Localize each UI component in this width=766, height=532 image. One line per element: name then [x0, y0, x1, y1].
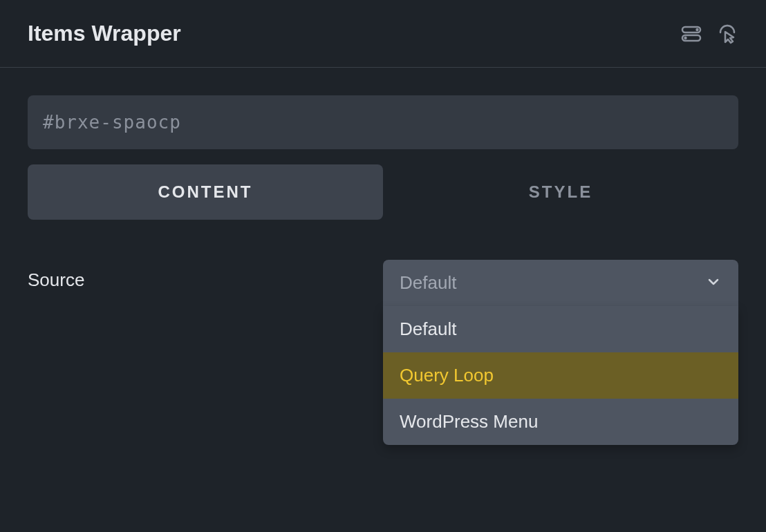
source-label: Source — [28, 260, 383, 291]
source-dropdown-trigger[interactable]: Default — [383, 260, 738, 306]
source-option-wordpress-menu[interactable]: WordPress Menu — [383, 399, 738, 445]
source-dropdown: Default Default Query Loop WordPress Men… — [383, 260, 738, 445]
panel-header: Items Wrapper — [0, 0, 766, 68]
source-dropdown-value: Default — [400, 272, 456, 294]
tab-style[interactable]: STYLE — [383, 164, 738, 220]
svg-point-3 — [684, 36, 686, 39]
interactions-icon[interactable] — [716, 23, 738, 45]
element-id-field[interactable]: #brxe-spaocp — [28, 95, 738, 149]
svg-point-1 — [695, 28, 698, 30]
tab-content[interactable]: CONTENT — [28, 164, 383, 220]
source-option-default[interactable]: Default — [383, 306, 738, 352]
source-control: Source Default Default Query Loop WordPr… — [28, 260, 738, 445]
chevron-down-icon — [705, 274, 722, 293]
tabs: CONTENT STYLE — [28, 164, 738, 220]
source-option-query-loop[interactable]: Query Loop — [383, 352, 738, 399]
toggle-icon[interactable] — [680, 23, 702, 45]
header-actions — [680, 23, 738, 45]
page-title: Items Wrapper — [28, 21, 181, 46]
source-dropdown-menu: Default Query Loop WordPress Menu — [383, 306, 738, 445]
panel-body: #brxe-spaocp CONTENT STYLE Source Defaul… — [0, 68, 766, 473]
